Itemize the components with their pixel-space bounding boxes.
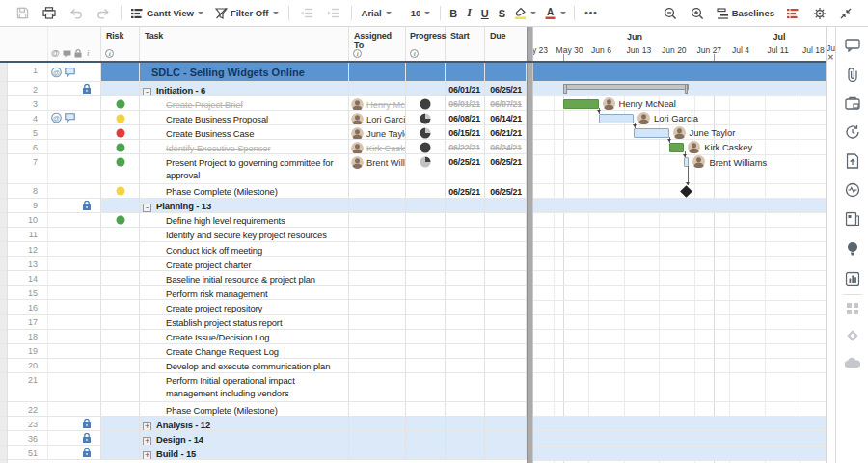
risk-cell[interactable] xyxy=(101,315,140,330)
progress-cell[interactable] xyxy=(406,300,446,314)
task-cell[interactable]: Baseline initial resource & project plan xyxy=(140,271,349,286)
assigned-cell[interactable] xyxy=(349,330,406,344)
task-cell[interactable]: Identify and secure key project resource… xyxy=(140,228,349,242)
row-gutter[interactable] xyxy=(48,125,101,140)
progress-cell[interactable] xyxy=(406,330,446,344)
risk-cell[interactable] xyxy=(101,286,140,300)
row-number-header[interactable] xyxy=(0,27,48,61)
progress-cell[interactable] xyxy=(406,82,446,96)
rail-attachments-icon[interactable] xyxy=(846,67,858,82)
task-cell[interactable]: Conduct kick off meeting xyxy=(140,242,349,257)
collapse-toggle[interactable]: - xyxy=(143,88,151,96)
progress-cell[interactable] xyxy=(406,140,446,154)
row-gutter[interactable]: @ xyxy=(48,63,101,82)
highlight-color-button[interactable] xyxy=(510,2,540,25)
progress-cell[interactable] xyxy=(406,359,446,373)
row-number[interactable]: 1 xyxy=(0,63,48,82)
row-gutter[interactable] xyxy=(48,184,101,199)
task-cell[interactable]: Create Business Case xyxy=(140,125,349,140)
progress-cell[interactable] xyxy=(406,417,446,431)
start-cell[interactable] xyxy=(446,286,485,300)
task-cell[interactable]: SDLC - Selling Widgets Online xyxy=(140,63,349,82)
risk-cell[interactable] xyxy=(101,300,140,314)
row-gutter[interactable] xyxy=(48,446,101,460)
due-cell[interactable]: 06/21/21 xyxy=(485,125,527,140)
progress-cell[interactable] xyxy=(406,373,446,402)
row-gutter[interactable] xyxy=(48,431,101,446)
progress-cell[interactable] xyxy=(406,111,446,125)
row-gutter[interactable] xyxy=(48,199,101,213)
row-number[interactable]: 15 xyxy=(0,286,48,300)
progress-cell[interactable] xyxy=(406,446,446,460)
task-cell[interactable]: -Initiation - 6 xyxy=(140,82,349,96)
progress-cell[interactable] xyxy=(406,63,446,82)
attachment-icon[interactable]: @ xyxy=(51,67,62,77)
collapse-toolbar-button[interactable] xyxy=(833,2,858,25)
assigned-cell[interactable] xyxy=(349,431,406,446)
due-cell[interactable] xyxy=(485,359,527,373)
task-cell[interactable]: Develop and execute communication plan xyxy=(140,359,349,373)
task-cell[interactable]: +Design - 14 xyxy=(140,431,349,446)
rail-publish-icon[interactable] xyxy=(846,153,858,169)
rail-whats-new-icon[interactable] xyxy=(846,241,858,257)
font-size-select[interactable]: 10 xyxy=(405,2,437,25)
gutter-header[interactable]: @ i xyxy=(48,27,101,61)
progress-cell[interactable] xyxy=(406,431,446,446)
assigned-cell[interactable]: June Taylor xyxy=(349,125,406,140)
row-gutter[interactable] xyxy=(48,344,101,359)
collapse-toggle[interactable]: - xyxy=(143,204,151,212)
redo-button[interactable] xyxy=(90,2,117,25)
collapse-toggle[interactable]: + xyxy=(143,451,151,460)
assigned-cell[interactable] xyxy=(349,82,406,96)
task-cell[interactable]: Create Change Request Log xyxy=(140,344,349,359)
start-cell[interactable] xyxy=(446,330,485,344)
risk-cell[interactable] xyxy=(101,213,140,228)
progress-cell[interactable] xyxy=(406,271,446,286)
due-cell[interactable] xyxy=(485,315,527,330)
row-number[interactable]: 23 xyxy=(0,417,48,431)
start-cell[interactable]: 06/08/21 xyxy=(446,111,485,125)
risk-cell[interactable] xyxy=(101,111,140,125)
underline-button[interactable]: U xyxy=(476,2,494,25)
progress-cell[interactable] xyxy=(406,213,446,228)
row-gutter[interactable] xyxy=(48,82,101,96)
row-number[interactable]: 12 xyxy=(0,242,48,257)
assigned-cell[interactable] xyxy=(349,315,406,330)
row-number[interactable]: 5 xyxy=(0,125,48,140)
due-cell[interactable]: 06/25/21 xyxy=(485,184,527,199)
task-cell[interactable]: Perform Initial operational impact manag… xyxy=(140,373,349,402)
due-cell[interactable] xyxy=(485,213,527,228)
undo-button[interactable] xyxy=(63,2,90,25)
assigned-cell[interactable] xyxy=(349,373,406,402)
risk-cell[interactable] xyxy=(101,228,140,242)
collapse-toggle[interactable]: + xyxy=(143,437,151,446)
row-number[interactable]: 36 xyxy=(0,431,48,446)
start-cell[interactable] xyxy=(446,359,485,373)
row-number[interactable]: 16 xyxy=(0,300,48,314)
save-button[interactable] xyxy=(10,2,36,25)
due-cell[interactable] xyxy=(485,271,527,286)
assigned-cell[interactable] xyxy=(349,286,406,300)
risk-cell[interactable] xyxy=(101,431,140,446)
row-gutter[interactable] xyxy=(48,154,101,183)
baselines-button[interactable]: Baselines xyxy=(711,2,780,25)
assigned-cell[interactable] xyxy=(349,184,406,199)
row-number[interactable]: 17 xyxy=(0,315,48,330)
assigned-cell[interactable]: Henry McNeal xyxy=(349,96,406,111)
task-cell[interactable]: Create project repository xyxy=(140,300,349,314)
due-cell[interactable] xyxy=(485,373,527,402)
row-number[interactable]: 4 xyxy=(0,111,48,125)
row-number[interactable]: 11 xyxy=(0,228,48,242)
start-cell[interactable]: 06/01/21 xyxy=(446,96,485,111)
task-cell[interactable]: +Analysis - 12 xyxy=(140,417,349,431)
filter-button[interactable]: Filter Off xyxy=(209,2,285,25)
row-number[interactable]: 7 xyxy=(0,154,48,183)
task-cell[interactable]: Identify Executive Sponsor xyxy=(140,140,349,154)
progress-cell[interactable] xyxy=(406,344,446,359)
start-cell[interactable]: 06/15/21 xyxy=(446,125,485,140)
row-gutter[interactable] xyxy=(48,96,101,111)
start-cell[interactable]: 06/25/21 xyxy=(446,184,485,199)
risk-cell[interactable] xyxy=(101,330,140,344)
risk-cell[interactable] xyxy=(101,257,140,271)
row-gutter[interactable]: @ xyxy=(48,111,101,125)
